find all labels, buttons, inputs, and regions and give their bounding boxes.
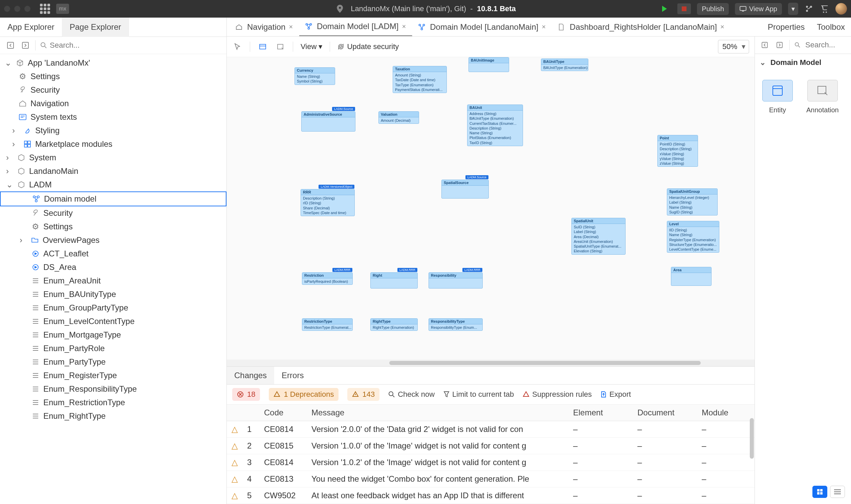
row-message: You need the widget 'Combo box' for cont… [307, 471, 568, 487]
doc-tab-landanomain[interactable]: Domain Model [LandanoMain]× [412, 18, 552, 36]
doc-tab-ladm[interactable]: Domain Model [LADM]× [299, 18, 412, 36]
sidebar-tabs: App Explorer Page Explorer [0, 18, 226, 37]
apps-menu-icon[interactable] [40, 4, 50, 14]
tree-enum-partyrole[interactable]: Enum_PartyRole [0, 342, 226, 355]
close-icon[interactable]: × [720, 23, 724, 31]
window-controls[interactable] [4, 6, 31, 12]
panel-tab-toolbox[interactable]: Toolbox [811, 18, 851, 36]
errors-badge[interactable]: 18 [232, 388, 260, 401]
tree-marketplace[interactable]: ›Marketplace modules [0, 137, 226, 151]
entity-tool-icon[interactable] [258, 42, 268, 52]
tree-styling[interactable]: ›Styling [0, 124, 226, 137]
stop-button[interactable] [677, 3, 691, 14]
cart-icon[interactable] [820, 4, 829, 14]
tree-enum-levelcontent[interactable]: Enum_LevelContentType [0, 314, 226, 328]
pointer-icon[interactable] [232, 42, 242, 52]
doc-tab-dashboard[interactable]: Dashboard_RightsHolder [LandanoMain]× [552, 18, 731, 36]
tree-enum-responsibility[interactable]: Enum_ResponsibilityType [0, 382, 226, 396]
annotation-tool-icon[interactable] [275, 42, 285, 52]
tab-app-explorer[interactable]: App Explorer [0, 18, 62, 37]
tab-page-explorer[interactable]: Page Explorer [62, 18, 129, 37]
tree-enum-partytype[interactable]: Enum_PartyType [0, 355, 226, 369]
tree-ds-area[interactable]: DS_Area [0, 260, 226, 274]
col-code[interactable]: Code [259, 404, 307, 421]
tree-domain-model[interactable]: Domain model [0, 192, 226, 206]
deprecations-badge[interactable]: 1 Deprecations [269, 388, 338, 401]
warning-icon: △ [231, 458, 238, 467]
bottom-tab-changes[interactable]: Changes [227, 367, 274, 384]
tree-landanomain[interactable]: ›LandanoMain [0, 164, 226, 178]
view-menu[interactable]: View ▾ [300, 42, 322, 51]
deprecation-icon [274, 391, 280, 398]
col-element[interactable]: Element [568, 404, 633, 421]
close-icon[interactable]: × [289, 23, 293, 31]
view-app-button[interactable]: View App [735, 3, 782, 15]
tree-overviewpages[interactable]: ›OverviewPages [0, 233, 226, 247]
panel-tab-properties[interactable]: Properties [762, 18, 811, 36]
model-icon [418, 24, 427, 31]
svg-rect-8 [28, 141, 31, 144]
table-row[interactable]: △ 4 CE0813 You need the widget 'Combo bo… [227, 471, 754, 487]
rp-collapse-left-icon[interactable] [760, 40, 770, 50]
tree-enum-baunity[interactable]: Enum_BAUnityType [0, 288, 226, 301]
table-row[interactable]: △ 1 CE0814 Version '2.0.0' of the 'Data … [227, 421, 754, 438]
sidebar-search-input[interactable] [50, 41, 221, 50]
tree-enum-register[interactable]: Enum_RegisterType [0, 369, 226, 382]
canvas-hscroll[interactable] [227, 360, 754, 366]
close-icon[interactable]: × [542, 23, 546, 31]
row-num: 1 [242, 421, 259, 438]
tree-security-ladm[interactable]: Security [0, 206, 226, 220]
collapse-right-icon[interactable] [20, 40, 31, 50]
update-security-button[interactable]: Update security [337, 42, 399, 51]
col-document[interactable]: Document [633, 404, 697, 421]
zoom-select[interactable]: 50% [718, 40, 749, 53]
col-module[interactable]: Module [697, 404, 754, 421]
warnings-badge[interactable]: 143 [347, 388, 380, 401]
tree-enum-areaunit[interactable]: Enum_AreaUnit [0, 274, 226, 288]
table-row[interactable]: △ 2 CE0815 Version '1.0.0' of the 'Image… [227, 438, 754, 454]
tree-navigation[interactable]: Navigation [0, 97, 226, 110]
tree-enum-restriction[interactable]: Enum_RestrictionType [0, 396, 226, 409]
suppress-icon [523, 391, 529, 398]
table-row[interactable]: △ 3 CE0814 Version '1.0.2' of the 'Image… [227, 454, 754, 471]
grid-view-button[interactable] [812, 486, 827, 498]
check-now-button[interactable]: Check now [388, 390, 435, 399]
branch-icon[interactable] [804, 4, 814, 14]
tree-enum-mortgage[interactable]: Enum_MortgageType [0, 328, 226, 342]
toolbox-annotation[interactable]: Annotation [806, 80, 839, 114]
explorer-tree: ⌄App 'LandanoMx' ⚙Settings Security Navi… [0, 54, 226, 504]
user-avatar[interactable] [835, 3, 847, 15]
tree-settings-ladm[interactable]: ⚙Settings [0, 220, 226, 233]
list-view-button[interactable] [830, 486, 845, 498]
limit-tab-button[interactable]: Limit to current tab [444, 390, 514, 399]
toolbox-search-input[interactable] [805, 41, 846, 49]
tree-ladm[interactable]: ⌄LADM [0, 178, 226, 192]
tree-enum-groupparty[interactable]: Enum_GroupPartyType [0, 301, 226, 314]
tree-enum-righttype[interactable]: Enum_RightType [0, 409, 226, 423]
col-message[interactable]: Message [307, 404, 568, 421]
toolbox-entity[interactable]: Entity [762, 80, 793, 114]
run-button[interactable] [658, 3, 671, 14]
tree-app-root[interactable]: ⌄App 'LandanoMx' [0, 56, 226, 70]
svg-rect-1 [742, 11, 744, 12]
errors-vscroll[interactable] [750, 418, 754, 459]
bottom-tab-errors[interactable]: Errors [274, 367, 311, 384]
tree-act-leaflet[interactable]: ACT_Leaflet [0, 247, 226, 260]
toolbox-section-header[interactable]: ⌄Domain Model [755, 54, 851, 71]
collapse-left-icon[interactable] [5, 40, 16, 50]
sidebar-search[interactable] [40, 41, 221, 50]
domain-model-canvas[interactable]: CurrencyName (String) Symbol (String) Ta… [227, 57, 754, 360]
export-button[interactable]: Export [601, 390, 631, 399]
suppression-button[interactable]: Suppression rules [523, 390, 592, 399]
doc-tab-navigation[interactable]: Navigation× [229, 18, 299, 36]
table-row[interactable]: △ 5 CW9502 At least one feedback widget … [227, 487, 754, 504]
svg-rect-23 [260, 44, 266, 49]
view-app-dropdown[interactable]: ▾ [788, 3, 798, 15]
publish-button[interactable]: Publish [697, 3, 729, 15]
tree-settings[interactable]: ⚙Settings [0, 70, 226, 83]
tree-system-texts[interactable]: System texts [0, 110, 226, 124]
close-icon[interactable]: × [402, 23, 406, 31]
tree-system[interactable]: ›System [0, 151, 226, 164]
tree-security[interactable]: Security [0, 83, 226, 97]
rp-collapse-right-icon[interactable] [775, 40, 785, 50]
